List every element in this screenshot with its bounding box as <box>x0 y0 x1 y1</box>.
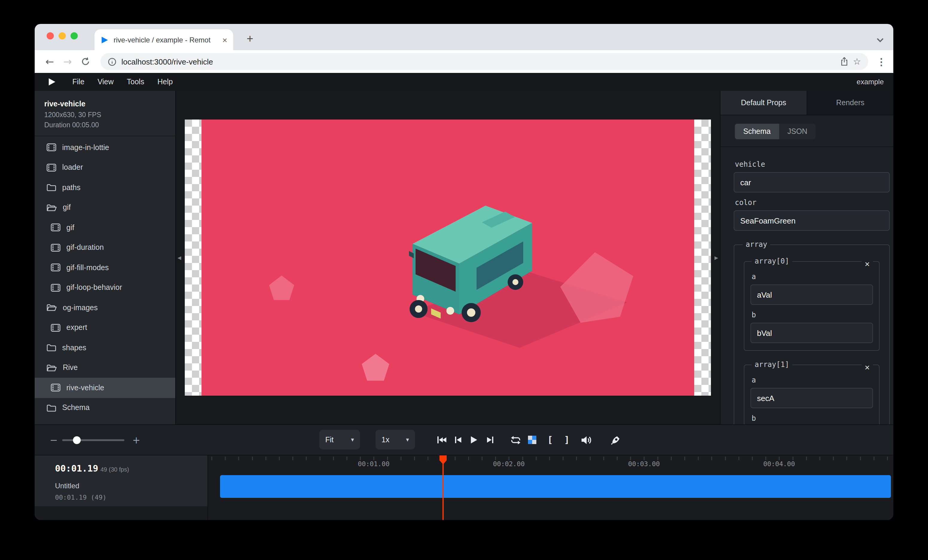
schema-json-toggle: Schema JSON <box>720 115 893 147</box>
vehicle-label: vehicle <box>735 160 890 169</box>
site-info-icon[interactable] <box>108 57 117 66</box>
sidebar-item-label: shapes <box>62 344 86 352</box>
playhead-marker[interactable] <box>440 455 447 464</box>
set-out-point-icon[interactable]: ] <box>560 433 574 447</box>
zoom-out-button[interactable]: − <box>47 433 61 447</box>
sidebar-item-label: gif-fill-modes <box>66 263 109 272</box>
timeline-info-panel: 00:01.19 49 (30 fps) Untitled 00:01.19 (… <box>35 455 208 520</box>
toggle-schema[interactable]: Schema <box>735 124 779 139</box>
forward-button[interactable]: → <box>60 54 75 69</box>
sidebar-item-shapes[interactable]: shapes <box>35 338 175 358</box>
sidebar-item-og-images[interactable]: og-images <box>35 298 175 318</box>
jump-to-end-icon[interactable] <box>483 433 498 447</box>
share-icon[interactable] <box>840 57 848 66</box>
play-icon[interactable] <box>466 433 481 447</box>
sidebar-item-expert[interactable]: expert <box>35 318 175 338</box>
transparency-checkerboard-icon[interactable] <box>525 433 539 447</box>
sidebar-item-loader[interactable]: loader <box>35 157 175 178</box>
menu-help[interactable]: Help <box>151 78 179 86</box>
array-fieldset: array array[0] ✕ a b array[1] <box>734 240 890 425</box>
fit-select[interactable]: Fit ▾ <box>319 430 360 449</box>
ruler-ticks <box>208 457 893 460</box>
pentagon-shape <box>269 275 294 300</box>
track-name: Untitled <box>55 482 79 490</box>
menu-file[interactable]: File <box>66 78 91 86</box>
sidebar-item-gif-fill-modes[interactable]: gif-fill-modes <box>35 257 175 278</box>
array-item-1: array[1] ✕ a b <box>744 361 879 425</box>
bookmark-star-icon[interactable]: ☆ <box>853 56 861 67</box>
folder-open-icon <box>47 364 57 372</box>
props-form: vehicle color array array[0] ✕ a b <box>720 147 893 425</box>
previous-frame-icon[interactable] <box>451 433 465 447</box>
collapse-right-sidebar-icon[interactable]: ▶ <box>713 249 720 266</box>
address-bar[interactable]: localhost:3000/rive-vehicle ☆ <box>101 53 868 70</box>
array-0-b-input[interactable] <box>750 323 873 343</box>
sidebar-item-label: og-images <box>63 304 98 312</box>
zoom-window-button[interactable] <box>70 32 78 40</box>
sidebar-item-gif[interactable]: gif <box>35 198 175 218</box>
back-button[interactable]: ← <box>42 54 57 69</box>
playback-speed-select[interactable]: 1x ▾ <box>375 430 415 449</box>
color-input[interactable] <box>734 210 890 231</box>
skip-to-start-icon[interactable] <box>434 433 449 447</box>
close-window-button[interactable] <box>47 32 54 40</box>
sidebar-item-gif-duration[interactable]: gif-duration <box>35 237 175 257</box>
browser-tabstrip: rive-vehicle / example - Remot × + <box>35 24 893 50</box>
sidebar-item-paths[interactable]: paths <box>35 178 175 198</box>
folder-open-icon <box>47 304 57 312</box>
menu-tools[interactable]: Tools <box>120 78 151 86</box>
sidebar-item-image-in-lottie[interactable]: image-in-lottie <box>35 137 175 157</box>
playhead-line[interactable] <box>443 455 444 520</box>
zoom-in-button[interactable]: + <box>129 433 143 447</box>
sidebar-item-Schema[interactable]: Schema <box>35 398 175 418</box>
zoom-slider[interactable] <box>62 439 124 441</box>
sidebar-list: image-in-lottieloaderpathsgifgifgif-dura… <box>35 136 175 425</box>
composition-info: rive-vehicle 1200x630, 30 FPS Duration 0… <box>35 91 175 136</box>
frame-info: 49 (30 fps) <box>101 466 129 473</box>
menu-view[interactable]: View <box>91 78 120 86</box>
reload-button[interactable] <box>78 54 93 69</box>
film-icon <box>51 244 60 252</box>
browser-tab[interactable]: rive-vehicle / example - Remot × <box>95 29 233 50</box>
sidebar-item-label: gif <box>63 204 70 212</box>
minimize-window-button[interactable] <box>59 32 66 40</box>
volume-icon[interactable] <box>579 433 593 447</box>
array-0-a-input[interactable] <box>750 285 873 305</box>
speed-select-value: 1x <box>382 435 400 444</box>
film-icon <box>47 144 56 152</box>
sidebar-item-label: loader <box>62 163 83 172</box>
composition-duration: Duration 00:05.00 <box>44 121 166 128</box>
folder-icon <box>47 344 56 352</box>
tab-default-props[interactable]: Default Props <box>720 91 807 115</box>
new-tab-button[interactable]: + <box>241 30 258 47</box>
ruler-label: 00:04.00 <box>763 460 795 468</box>
zoom-slider-knob[interactable] <box>73 436 81 444</box>
set-in-point-icon[interactable]: [ <box>543 433 557 447</box>
composition-name: rive-vehicle <box>44 100 166 108</box>
sidebar-item-gif[interactable]: gif <box>35 218 175 237</box>
ruler-label: 00:02.00 <box>493 460 525 468</box>
collapse-left-sidebar-icon[interactable]: ◀ <box>176 249 183 266</box>
timeline-track[interactable] <box>220 475 891 498</box>
sidebar-item-gif-loop-behavior[interactable]: gif-loop-behavior <box>35 278 175 298</box>
desktop: rive-vehicle / example - Remot × + ← → <box>0 0 928 560</box>
vehicle-input[interactable] <box>734 172 890 192</box>
b-label: b <box>752 414 873 423</box>
remove-array-item-1-icon[interactable]: ✕ <box>862 364 873 373</box>
browser-menu-icon[interactable]: ⋮ <box>876 56 886 67</box>
tab-renders[interactable]: Renders <box>807 91 893 115</box>
timeline-ruler[interactable]: 00:01.0000:02.0000:03.0000:04.00 <box>208 455 893 520</box>
main-row: rive-vehicle 1200x630, 30 FPS Duration 0… <box>35 91 893 425</box>
array-1-a-input[interactable] <box>750 388 873 408</box>
tab-search-chevron-icon[interactable] <box>876 34 884 45</box>
sidebar-item-Rive[interactable]: Rive <box>35 358 175 378</box>
tab-close-icon[interactable]: × <box>223 35 227 44</box>
toggle-json[interactable]: JSON <box>779 124 816 139</box>
a-label: a <box>752 376 873 384</box>
render-rocket-icon[interactable] <box>609 433 623 447</box>
remove-array-item-0-icon[interactable]: ✕ <box>862 260 873 269</box>
color-label: color <box>735 198 890 207</box>
sidebar-item-rive-vehicle[interactable]: rive-vehicle <box>35 378 175 398</box>
url-text[interactable]: localhost:3000/rive-vehicle <box>121 57 835 66</box>
loop-icon[interactable] <box>508 433 523 447</box>
